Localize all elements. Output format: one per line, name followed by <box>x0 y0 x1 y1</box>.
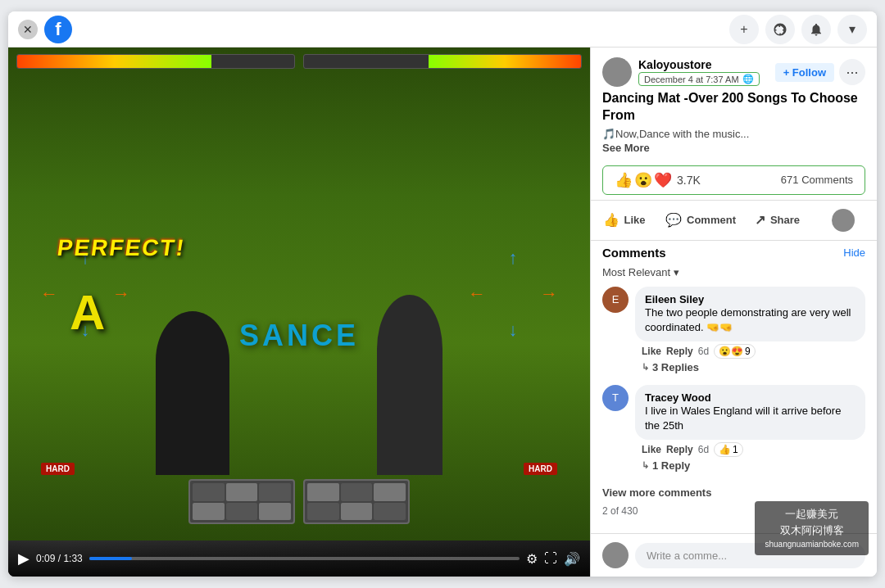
like-emoji: 👍 <box>615 171 633 189</box>
hard-label-left: HARD <box>41 463 75 475</box>
hide-comments-button[interactable]: Hide <box>843 247 865 259</box>
follow-button[interactable]: + Follow <box>775 63 834 82</box>
love-emoji: 😮 <box>634 171 652 189</box>
reaction-bubble-1: 😮😍9 <box>714 344 756 359</box>
globe-icon: 🌐 <box>742 74 754 84</box>
comment-body-2: Tracey Wood I live in Wales England will… <box>635 385 865 472</box>
mat-cell <box>341 483 373 501</box>
commenter-name-2: Tracey Wood <box>645 391 856 404</box>
mat-cell <box>341 503 373 521</box>
watermark-overlay: 一起赚美元 双木阿闷博客 shuangnuamianboke.com <box>755 501 869 555</box>
dance-mats <box>188 479 410 524</box>
grade-letter: A <box>70 284 105 341</box>
share-action-icon: ↗ <box>755 212 765 228</box>
page-avatar <box>602 57 632 87</box>
arrow-empty-r2 <box>533 242 565 274</box>
person-left-silhouette <box>156 311 229 475</box>
arrow-left-left: ← <box>33 278 66 310</box>
arrow-right-right: → <box>533 278 565 310</box>
post-header: Kaloyoustore December 4 at 7:37 AM 🌐 + F… <box>591 47 877 161</box>
profile-reaction-button[interactable] <box>812 202 875 238</box>
replies-link-2[interactable]: ↳ 1 Reply <box>635 459 865 472</box>
write-comment-avatar <box>602 542 629 568</box>
replies-link-1[interactable]: ↳ 3 Replies <box>635 361 865 373</box>
page-info: Kaloyoustore December 4 at 7:37 AM 🌐 + F… <box>602 57 865 87</box>
arrow-empty-r3 <box>461 314 493 346</box>
see-more-button[interactable]: See More <box>602 142 865 154</box>
reply-comment-1-button[interactable]: Reply <box>666 346 693 357</box>
comment-time-1: 6d <box>698 346 709 357</box>
video-progress-bar[interactable] <box>89 557 520 560</box>
fullscreen-button[interactable]: ⛶ <box>544 551 557 566</box>
sort-chevron-icon: ▾ <box>674 266 679 278</box>
video-settings-button[interactable]: ⚙ <box>526 551 538 567</box>
comments-label: Comments <box>602 246 666 260</box>
person-right-silhouette <box>377 295 442 475</box>
watermark-line3: shuangnuamianboke.com <box>765 538 859 550</box>
facebook-window: ✕ f + ▾ <box>8 11 877 577</box>
arrow-center-r <box>497 278 529 310</box>
video-background: ↑ ← → ↓ ↑ ← <box>8 47 590 577</box>
arrows-right: ↑ ← → ↓ <box>461 242 565 346</box>
dance-text: SANCE <box>239 319 359 353</box>
health-fill-left <box>17 55 211 68</box>
comments-count[interactable]: 671 Comments <box>781 174 853 186</box>
reactions-count: 3.7K <box>677 174 701 187</box>
comment-action-button[interactable]: 💬 Comment <box>659 202 742 238</box>
health-bar-left <box>16 54 295 69</box>
mat-cell <box>259 503 291 521</box>
comment-text-2: I live in Wales England will it arrive b… <box>645 404 856 433</box>
add-button[interactable]: + <box>729 15 759 44</box>
like-label: Like <box>624 214 646 226</box>
post-description: 🎵Now,Dance with the music... <box>602 128 865 140</box>
reactions-bar: 👍 😮 ❤️ 3.7K 671 Comments <box>602 165 865 195</box>
watermark-line2: 双木阿闷博客 <box>765 522 859 539</box>
like-action-button[interactable]: 👍 Like <box>592 202 656 238</box>
heart-emoji: ❤️ <box>654 171 672 189</box>
more-options-button[interactable]: ··· <box>839 59 865 85</box>
page-meta: Kaloyoustore December 4 at 7:37 AM 🌐 <box>638 58 769 87</box>
comment-input-placeholder: Write a comme... <box>647 550 727 562</box>
comment-item-2: T Tracey Wood I live in Wales England wi… <box>602 385 865 472</box>
commenter-avatar-2: T <box>602 385 629 411</box>
account-chevron-button[interactable]: ▾ <box>837 15 867 44</box>
like-comment-2-button[interactable]: Like <box>642 444 661 455</box>
sort-comments-button[interactable]: Most Relevant ▾ <box>602 266 865 278</box>
comment-text-1: The two people demonstrating are very we… <box>645 305 856 335</box>
hard-label-right: HARD <box>524 463 557 475</box>
top-bar-right: + ▾ <box>729 15 867 44</box>
close-button[interactable]: ✕ <box>18 20 38 39</box>
comment-action-icon: 💬 <box>665 212 682 228</box>
volume-button[interactable]: 🔊 <box>564 551 580 567</box>
reply-comment-2-button[interactable]: Reply <box>666 444 693 455</box>
replies-arrow-icon-2: ↳ <box>642 460 649 471</box>
arrow-empty3 <box>33 314 66 346</box>
mat-cell <box>259 483 291 501</box>
video-progress-fill <box>89 557 133 560</box>
comment-item: E Eileen Siley The two people demonstrat… <box>602 287 865 373</box>
comment-time-2: 6d <box>698 444 709 455</box>
replies-count-1: 3 Replies <box>652 361 699 373</box>
mat-cell <box>374 503 406 521</box>
notifications-button[interactable] <box>801 15 831 44</box>
share-action-button[interactable]: ↗ Share <box>746 202 809 238</box>
share-label: Share <box>770 214 800 226</box>
arrow-empty-r4 <box>533 314 565 346</box>
health-bars <box>16 54 582 69</box>
like-comment-1-button[interactable]: Like <box>642 346 661 357</box>
mat-cell <box>307 503 339 521</box>
comment-bubble-2: Tracey Wood I live in Wales England will… <box>635 385 865 440</box>
perfect-text: PERFECT! <box>56 235 187 261</box>
messenger-button[interactable] <box>765 15 795 44</box>
mat-cell <box>226 483 258 501</box>
video-panel: ↑ ← → ↓ ↑ ← <box>8 47 590 577</box>
comment-bubble-1: Eileen Siley The two people demonstratin… <box>635 287 865 341</box>
dance-mat-right <box>303 479 410 524</box>
top-bar-left: ✕ f <box>18 16 72 43</box>
page-actions: + Follow ··· <box>775 59 865 85</box>
mat-cell <box>226 503 258 521</box>
video-controls: ▶ 0:09 / 1:33 ⚙ ⛶ 🔊 <box>8 541 590 577</box>
post-time-text: December 4 at 7:37 AM <box>644 75 739 84</box>
post-time: December 4 at 7:37 AM 🌐 <box>638 72 760 86</box>
play-button[interactable]: ▶ <box>18 550 30 568</box>
